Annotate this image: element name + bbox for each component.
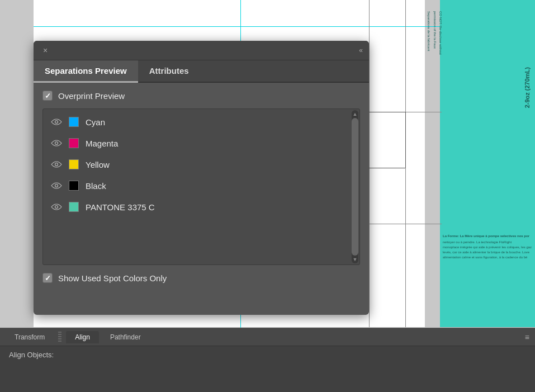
svg-point-3 bbox=[55, 185, 58, 187]
panel-menu-button[interactable]: ≡ bbox=[525, 333, 529, 342]
panel-header: × « bbox=[34, 41, 369, 60]
svg-point-4 bbox=[55, 206, 58, 209]
tab-transform[interactable]: Transform bbox=[6, 331, 54, 343]
l-shape-line bbox=[369, 112, 405, 112]
french-text-block: La Forme: La Mère unique à pompe selecti… bbox=[443, 234, 532, 260]
spot-colors-label: Show Used Spot Colors Only bbox=[58, 273, 167, 283]
tab-divider bbox=[58, 332, 61, 343]
bottom-panel-tabs: Transform Align Pathfinder ≡ bbox=[0, 328, 535, 346]
color-list-container: Cyan Magenta bbox=[42, 108, 360, 265]
swatch-pantone bbox=[69, 202, 79, 212]
color-name-pantone: PANTONE 3375 C bbox=[86, 202, 352, 212]
overprint-label: Overprint Preview bbox=[58, 91, 125, 101]
color-name-yellow: Yellow bbox=[86, 160, 352, 169]
swatch-black bbox=[69, 181, 79, 191]
color-row-yellow[interactable]: Yellow bbox=[43, 154, 359, 175]
l-shape-line-2 bbox=[405, 112, 406, 168]
separations-panel: × « Separations Preview Attributes ✓ Ove… bbox=[34, 41, 369, 315]
svg-point-2 bbox=[55, 163, 58, 166]
bottom-panel-content: Align Objects: bbox=[0, 346, 535, 392]
panel-tabs: Separations Preview Attributes bbox=[34, 60, 369, 83]
color-name-black: Black bbox=[86, 181, 352, 191]
color-list-scrollbar[interactable]: ▲ ▼ bbox=[352, 110, 358, 263]
tab-align[interactable]: Align bbox=[66, 331, 99, 343]
color-row-magenta[interactable]: Magenta bbox=[43, 133, 359, 154]
swatch-magenta bbox=[69, 138, 79, 148]
svg-point-1 bbox=[55, 142, 58, 145]
tab-pathfinder[interactable]: Pathfinder bbox=[101, 331, 150, 343]
tab-separations-preview[interactable]: Separations Preview bbox=[34, 60, 138, 83]
scroll-up-arrow[interactable]: ▲ bbox=[352, 110, 358, 118]
color-row-black[interactable]: Black bbox=[43, 175, 359, 196]
spot-colors-checkbox[interactable]: ✓ bbox=[42, 273, 53, 283]
color-row-cyan[interactable]: Cyan bbox=[43, 111, 359, 133]
teal-right-panel: 2-9oz (270mL) CO NOT: Re-disclose withou… bbox=[440, 0, 535, 327]
size-label: 2-9oz (270mL) bbox=[524, 67, 531, 108]
eye-icon-magenta bbox=[51, 139, 62, 147]
align-objects-label: Align Objects: bbox=[9, 351, 54, 359]
eye-icon-yellow bbox=[51, 160, 62, 168]
overprint-preview-row: ✓ Overprint Preview bbox=[42, 91, 360, 101]
svg-point-0 bbox=[55, 121, 58, 124]
color-name-magenta: Magenta bbox=[86, 139, 352, 148]
eye-icon-black bbox=[51, 182, 62, 190]
l-shape-line-3 bbox=[369, 168, 405, 168]
swatch-yellow bbox=[69, 159, 79, 169]
color-name-cyan: Cyan bbox=[86, 117, 352, 127]
close-button[interactable]: × bbox=[40, 45, 50, 55]
color-list: Cyan Magenta bbox=[43, 109, 359, 220]
swatch-cyan bbox=[69, 117, 79, 127]
spot-colors-row: ✓ Show Used Spot Colors Only bbox=[42, 273, 360, 283]
eye-icon-pantone bbox=[51, 203, 62, 211]
spot-checkbox-check-mark: ✓ bbox=[45, 274, 51, 282]
eye-icon-cyan bbox=[51, 118, 62, 126]
overprint-checkbox[interactable]: ✓ bbox=[42, 91, 53, 101]
color-row-pantone[interactable]: PANTONE 3375 C bbox=[43, 196, 359, 218]
collapse-button[interactable]: « bbox=[359, 46, 362, 54]
scroll-down-arrow[interactable]: ▼ bbox=[352, 256, 358, 263]
scrollbar-thumb[interactable] bbox=[352, 118, 358, 256]
tab-attributes[interactable]: Attributes bbox=[138, 60, 200, 83]
bottom-panel: Transform Align Pathfinder ≡ Align Objec… bbox=[0, 328, 535, 392]
doc-outline-lines bbox=[369, 0, 442, 327]
panel-body: ✓ Overprint Preview Cyan bbox=[34, 83, 369, 291]
checkbox-check-mark: ✓ bbox=[45, 92, 51, 100]
